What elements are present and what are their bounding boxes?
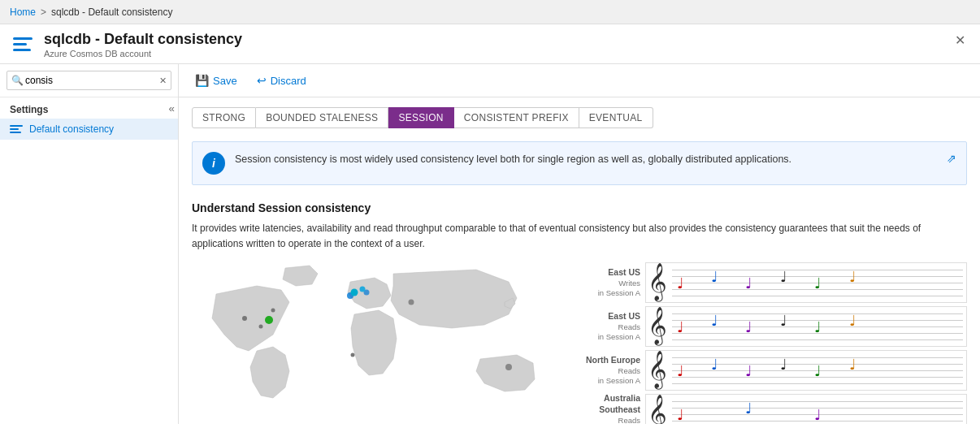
save-button[interactable]: 💾 Save [192, 72, 241, 89]
sidebar-section-settings: Settings [0, 97, 178, 119]
svg-point-7 [409, 300, 414, 305]
note-0-3: ♩ [780, 270, 787, 284]
sidebar-item-label: Default consistency [29, 123, 114, 135]
note-0-4: ♩ [814, 276, 821, 291]
note-2-5: ♩ [849, 357, 856, 372]
main-layout: 🔍 ✕ « Settings Default consistency 💾 Sav… [0, 64, 980, 424]
staff-label-1: East USReadsin Session A [572, 311, 645, 342]
treble-clef-2: 𝄞 [648, 352, 667, 385]
sidebar-collapse-button[interactable]: « [169, 102, 175, 115]
consistency-tab-session[interactable]: SESSION [388, 107, 453, 128]
note-1-3: ♩ [780, 313, 787, 328]
toolbar: 💾 Save ↩ Discard [179, 64, 980, 97]
note-0-5: ♩ [849, 270, 856, 284]
note-2-0: ♩ [677, 364, 683, 378]
content-description: Understand Session consistency It provid… [179, 192, 980, 258]
note-1-1: ♩ [711, 313, 718, 328]
svg-point-1 [259, 325, 263, 329]
breadcrumb-separator: > [41, 6, 46, 18]
staff-row-3: Australia SoutheastReadsin Session B𝄞♩♩♩ [572, 393, 967, 424]
consistency-tab-bounded-staleness[interactable]: BOUNDED STALENESS [256, 107, 388, 128]
staff-container-2: 𝄞♩♩♩♩♩♩ [645, 350, 967, 391]
external-link-icon[interactable]: ⇗ [947, 152, 956, 165]
consistency-tab-strong[interactable]: STRONG [192, 107, 256, 128]
staff-row-2: North EuropeReadsin Session A𝄞♩♩♩♩♩♩ [572, 349, 967, 391]
world-map [192, 262, 566, 424]
staff-container-0: 𝄞♩♩♩♩♩♩ [645, 262, 967, 303]
note-0-1: ♩ [711, 270, 718, 284]
page-title: sqlcdb - Default consistency [44, 31, 242, 48]
info-icon: i [202, 152, 225, 175]
header-title-group: sqlcdb - Default consistency Azure Cosmo… [44, 31, 242, 58]
search-box: 🔍 ✕ [0, 64, 178, 97]
note-1-5: ♩ [849, 313, 856, 328]
search-clear-button[interactable]: ✕ [159, 76, 167, 86]
save-icon: 💾 [195, 74, 209, 87]
note-0-0: ♩ [677, 276, 683, 291]
treble-clef-0: 𝄞 [648, 265, 667, 297]
breadcrumb-home[interactable]: Home [10, 6, 36, 18]
staff-row-1: East USReadsin Session A𝄞♩♩♩♩♩♩ [572, 305, 967, 348]
page-subtitle: Azure Cosmos DB account [44, 49, 242, 58]
info-box: i Session consistency is most widely use… [192, 141, 967, 185]
svg-point-10 [360, 287, 366, 292]
svg-point-8 [265, 316, 273, 324]
note-1-2: ♩ [745, 320, 752, 335]
staff-container-3: 𝄞♩♩♩ [645, 394, 967, 424]
note-0-2: ♩ [745, 276, 752, 291]
search-icon: 🔍 [11, 75, 24, 86]
page-header: sqlcdb - Default consistency Azure Cosmo… [0, 24, 980, 64]
description-body: It provides write latencies, availabilit… [192, 221, 967, 252]
consistency-tab-consistent-prefix[interactable]: CONSISTENT PREFIX [454, 107, 579, 128]
svg-point-6 [505, 364, 512, 370]
search-input[interactable] [7, 71, 171, 90]
note-1-0: ♩ [677, 320, 683, 335]
staff-container-1: 𝄞♩♩♩♩♩♩ [645, 306, 967, 347]
svg-point-9 [351, 289, 358, 296]
note-3-1: ♩ [745, 401, 752, 416]
discard-button[interactable]: ↩ Discard [254, 72, 310, 89]
info-text: Session consistency is most widely used … [235, 152, 937, 167]
svg-point-2 [271, 309, 275, 313]
sidebar: 🔍 ✕ « Settings Default consistency [0, 64, 179, 424]
breadcrumb-current: sqlcdb - Default consistency [51, 6, 172, 18]
breadcrumb-bar: Home > sqlcdb - Default consistency [0, 0, 980, 24]
staff-row-0: East USWritesin Session A𝄞♩♩♩♩♩♩ [572, 262, 967, 304]
discard-icon: ↩ [257, 74, 267, 87]
note-3-2: ♩ [814, 408, 821, 422]
header-left: sqlcdb - Default consistency Azure Cosmo… [10, 31, 242, 58]
staff-label-0: East USWritesin Session A [572, 267, 645, 298]
sidebar-item-default-consistency[interactable]: Default consistency [0, 119, 178, 140]
note-3-0: ♩ [677, 408, 683, 422]
consistency-icon [10, 125, 23, 133]
save-label: Save [213, 75, 237, 87]
note-1-4: ♩ [814, 320, 821, 335]
content-area: 💾 Save ↩ Discard STRONGBOUNDED STALENESS… [179, 64, 980, 424]
viz-area: East USWritesin Session A𝄞♩♩♩♩♩♩East USR… [179, 258, 980, 424]
svg-point-0 [242, 316, 247, 321]
consistency-tabs: STRONGBOUNDED STALENESSSESSIONCONSISTENT… [179, 97, 980, 135]
consistency-tab-eventual[interactable]: EVENTUAL [579, 107, 653, 128]
note-2-3: ♩ [780, 357, 787, 372]
close-button[interactable]: ✕ [950, 31, 970, 50]
staff-label-3: Australia SoutheastReadsin Session B [572, 393, 645, 424]
treble-clef-3: 𝄞 [648, 396, 667, 424]
treble-clef-1: 𝄞 [648, 309, 667, 341]
staff-label-2: North EuropeReadsin Session A [572, 355, 645, 386]
note-2-4: ♩ [814, 364, 821, 378]
note-2-2: ♩ [745, 364, 752, 378]
description-heading: Understand Session consistency [192, 201, 967, 214]
note-2-1: ♩ [711, 357, 718, 372]
svg-point-3 [351, 353, 355, 357]
music-staffs: East USWritesin Session A𝄞♩♩♩♩♩♩East USR… [572, 262, 967, 424]
discard-label: Discard [271, 75, 306, 87]
cosmos-db-icon [10, 31, 36, 57]
